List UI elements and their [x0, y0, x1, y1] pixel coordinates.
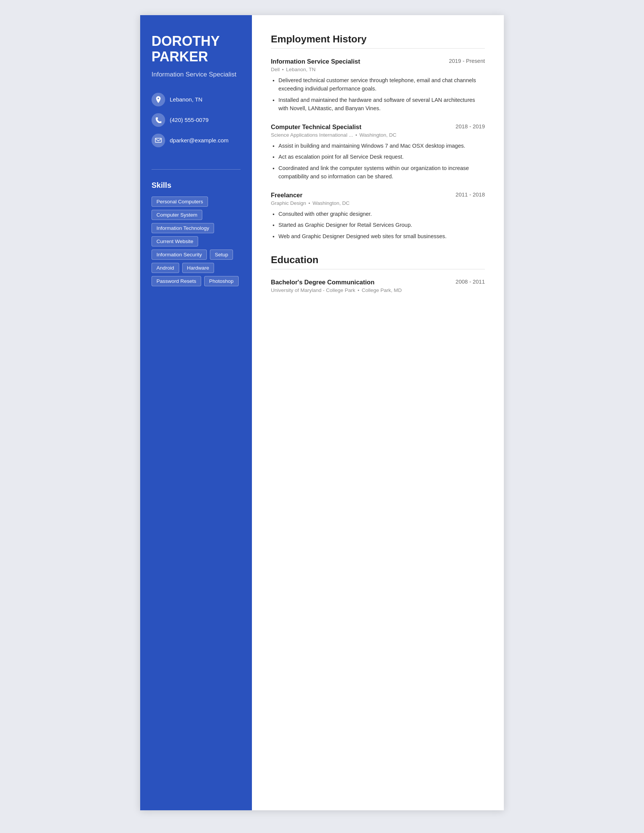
- email-text: dparker@example.com: [170, 137, 229, 143]
- sidebar-divider: [151, 169, 241, 170]
- edu-container: Bachelor's Degree Communication 2008 - 2…: [271, 279, 485, 293]
- contact-list: Lebanon, TN (420) 555-0079 dparker@ex: [151, 93, 241, 154]
- job-header: Information Service Specialist 2019 - Pr…: [271, 58, 485, 65]
- email-icon: [151, 133, 165, 147]
- edu-header: Bachelor's Degree Communication 2008 - 2…: [271, 279, 485, 286]
- education-section: Education Bachelor's Degree Communicatio…: [271, 254, 485, 293]
- education-item: Bachelor's Degree Communication 2008 - 2…: [271, 279, 485, 293]
- job-location: Lebanon, TN: [286, 67, 316, 72]
- location-icon: [151, 93, 165, 106]
- contact-email: dparker@example.com: [151, 133, 241, 147]
- job-bullets: Assist in building and maintaining Windo…: [271, 142, 485, 181]
- job-bullet: Coordinated and link the computer system…: [279, 164, 485, 181]
- skill-tag: Password Resets: [151, 276, 201, 286]
- education-heading: Education: [271, 254, 485, 270]
- job-dates: 2011 - 2018: [456, 191, 485, 198]
- job-bullet: Assist in building and maintaining Windo…: [279, 142, 485, 150]
- skills-list: Personal ComputersComputer SystemInforma…: [151, 196, 241, 286]
- skill-tag: Information Technology: [151, 223, 214, 233]
- edu-dates: 2008 - 2011: [456, 279, 485, 285]
- resume-container: DOROTHY PARKER Information Service Speci…: [140, 15, 504, 810]
- job-title: Freelancer: [271, 191, 302, 199]
- location-text: Lebanon, TN: [170, 96, 202, 103]
- job-bullet: Installed and maintained the hardware an…: [279, 96, 485, 113]
- contact-phone: (420) 555-0079: [151, 113, 241, 127]
- job-header: Computer Technical Specialist 2018 - 201…: [271, 124, 485, 130]
- job-title: Computer Technical Specialist: [271, 124, 361, 130]
- job-bullet: Delivered technical customer service thr…: [279, 76, 485, 93]
- job-meta: Graphic Design ● Washington, DC: [271, 200, 485, 206]
- job-bullets: Consulted with other graphic designer.St…: [271, 210, 485, 240]
- employment-section: Employment History Information Service S…: [271, 33, 485, 240]
- main-content: Employment History Information Service S…: [252, 15, 504, 810]
- phone-text: (420) 555-0079: [170, 117, 209, 123]
- job-dot: ●: [308, 201, 310, 205]
- edu-dot: ●: [357, 288, 359, 292]
- job-location: Washington, DC: [312, 200, 349, 206]
- skill-tag: Setup: [210, 249, 233, 260]
- job-location: Washington, DC: [359, 132, 397, 138]
- contact-location: Lebanon, TN: [151, 93, 241, 106]
- svg-rect-0: [155, 138, 161, 142]
- job-bullet: Web and Graphic Designer Designed web si…: [279, 232, 485, 240]
- skills-heading: Skills: [151, 181, 241, 190]
- candidate-title: Information Service Specialist: [151, 70, 241, 79]
- job-title: Information Service Specialist: [271, 58, 360, 65]
- skill-tag: Information Security: [151, 249, 207, 260]
- job-company: Science Applications International ...: [271, 132, 353, 138]
- job-meta: Dell ● Lebanon, TN: [271, 67, 485, 72]
- phone-icon: [151, 113, 165, 127]
- edu-degree: Bachelor's Degree Communication: [271, 279, 375, 286]
- job-dates: 2018 - 2019: [456, 124, 485, 130]
- skill-tag: Personal Computers: [151, 196, 208, 207]
- job-item: Computer Technical Specialist 2018 - 201…: [271, 124, 485, 181]
- skill-tag: Computer System: [151, 210, 202, 220]
- job-dates: 2019 - Present: [449, 58, 485, 64]
- job-company: Graphic Design: [271, 200, 306, 206]
- job-bullets: Delivered technical customer service thr…: [271, 76, 485, 113]
- job-dot: ●: [355, 133, 357, 137]
- job-bullet: Consulted with other graphic designer.: [279, 210, 485, 218]
- edu-meta: University of Maryland - College Park ● …: [271, 287, 485, 293]
- employment-heading: Employment History: [271, 33, 485, 49]
- job-bullet: Act as escalation point for all Service …: [279, 153, 485, 161]
- skill-tag: Current Website: [151, 236, 198, 246]
- job-company: Dell: [271, 67, 280, 72]
- sidebar: DOROTHY PARKER Information Service Speci…: [140, 15, 252, 810]
- job-item: Freelancer 2011 - 2018 Graphic Design ● …: [271, 191, 485, 240]
- job-item: Information Service Specialist 2019 - Pr…: [271, 58, 485, 113]
- skill-tag: Android: [151, 263, 179, 273]
- skill-tag: Photoshop: [204, 276, 239, 286]
- edu-location: College Park, MD: [362, 287, 402, 293]
- job-meta: Science Applications International ... ●…: [271, 132, 485, 138]
- candidate-name: DOROTHY PARKER: [151, 33, 241, 65]
- job-bullet: Started as Graphic Designer for Retail S…: [279, 221, 485, 229]
- jobs-container: Information Service Specialist 2019 - Pr…: [271, 58, 485, 240]
- job-dot: ●: [282, 68, 284, 71]
- job-header: Freelancer 2011 - 2018: [271, 191, 485, 199]
- skill-tag: Hardware: [182, 263, 214, 273]
- edu-school: University of Maryland - College Park: [271, 287, 355, 293]
